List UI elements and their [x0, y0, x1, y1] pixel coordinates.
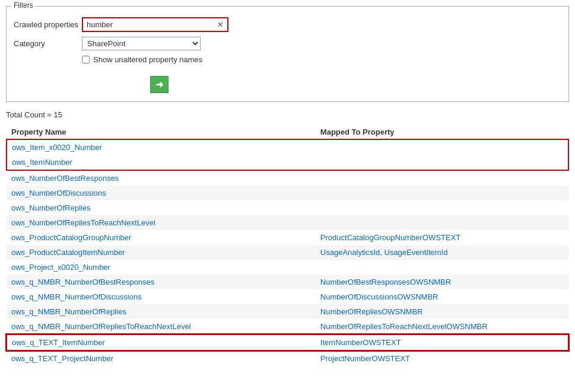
- go-arrow: ➜: [155, 79, 163, 90]
- table-row[interactable]: ows_NumberOfReplies: [7, 200, 568, 215]
- mapped-link[interactable]: NumberOfRepliesToReachNextLevelOWSNMBR: [320, 322, 488, 331]
- filters-group: Filters Crawled properties ✕ Category Sh…: [6, 6, 569, 102]
- filters-legend: Filters: [11, 1, 36, 9]
- mapped-link[interactable]: NumberOfRepliesOWSNMBR: [320, 307, 423, 316]
- show-unaltered-label: Show unaltered property names: [93, 55, 202, 64]
- go-button[interactable]: ➜: [150, 76, 169, 93]
- table-row[interactable]: ows_ProductCatalogItemNumberUsageAnalyti…: [7, 245, 568, 260]
- show-unaltered-row: Show unaltered property names: [82, 55, 561, 64]
- property-link[interactable]: ows_NumberOfRepliesToReachNextLevel: [11, 218, 155, 227]
- property-link[interactable]: ows_q_NMBR_NumberOfBestResponses: [11, 278, 154, 286]
- go-button-wrap: ➜: [82, 70, 561, 93]
- category-label: Category: [14, 39, 82, 48]
- mapped-link[interactable]: NumberOfBestResponsesOWSNMBR: [320, 278, 451, 286]
- property-link[interactable]: ows_q_NMBR_NumberOfDiscussions: [11, 292, 142, 301]
- show-unaltered-checkbox[interactable]: [82, 56, 90, 63]
- table-row[interactable]: ows_q_NMBR_NumberOfRepliesNumberOfReplie…: [7, 304, 568, 319]
- filters-section: Filters Crawled properties ✕ Category Sh…: [6, 6, 569, 102]
- category-row: Category SharePoint Business Data Exchan…: [14, 37, 561, 50]
- property-link[interactable]: ows_q_TEXT_ProjectNumber: [11, 354, 113, 363]
- crawled-input[interactable]: [83, 18, 214, 31]
- table-row[interactable]: ows_q_TEXT_ItemNumberItemNumberOWSTEXT: [7, 334, 568, 350]
- table-body: ows_Item_x0020_Numberows_ItemNumberows_N…: [7, 139, 568, 366]
- property-link[interactable]: ows_Project_x0020_Number: [11, 263, 110, 272]
- crawled-label: Crawled properties: [14, 20, 82, 29]
- mapped-link[interactable]: ProductCatalogGroupNumberOWSTEXT: [320, 233, 460, 242]
- crawled-properties-row: Crawled properties ✕: [14, 17, 561, 32]
- property-link[interactable]: ows_q_NMBR_NumberOfRepliesToReachNextLev…: [11, 322, 191, 331]
- table-row[interactable]: ows_q_NMBR_NumberOfRepliesToReachNextLev…: [7, 319, 568, 334]
- property-link[interactable]: ows_NumberOfBestResponses: [11, 174, 119, 183]
- mapped-link[interactable]: ProjectNumberOWSTEXT: [320, 354, 410, 363]
- clear-button[interactable]: ✕: [214, 19, 227, 30]
- results-table: Property Name Mapped To Property ows_Ite…: [6, 125, 569, 366]
- table-row[interactable]: ows_NumberOfBestResponses: [7, 170, 568, 186]
- table-row[interactable]: ows_ProductCatalogGroupNumberProductCata…: [7, 230, 568, 245]
- table-row[interactable]: ows_ItemNumber: [7, 155, 568, 170]
- table-row[interactable]: ows_q_NMBR_NumberOfDiscussionsNumberOfDi…: [7, 289, 568, 304]
- property-link[interactable]: ows_NumberOfDiscussions: [11, 189, 106, 197]
- mapped-link[interactable]: UsageAnalyticsId, UsageEventItemId: [320, 248, 448, 257]
- crawled-input-wrap: ✕: [82, 17, 228, 32]
- table-header-row: Property Name Mapped To Property: [7, 125, 568, 139]
- mapped-link[interactable]: NumberOfDiscussionsOWSNMBR: [320, 292, 439, 301]
- property-link[interactable]: ows_NumberOfReplies: [11, 203, 91, 212]
- total-count: Total Count = 15: [6, 110, 569, 119]
- table-row[interactable]: ows_NumberOfRepliesToReachNextLevel: [7, 215, 568, 230]
- property-link[interactable]: ows_ProductCatalogGroupNumber: [11, 233, 131, 242]
- property-link[interactable]: ows_ProductCatalogItemNumber: [11, 248, 125, 257]
- property-link[interactable]: ows_q_TEXT_ItemNumber: [12, 338, 105, 347]
- col-property-header: Property Name: [7, 125, 316, 139]
- table-row[interactable]: ows_q_NMBR_NumberOfBestResponsesNumberOf…: [7, 275, 568, 289]
- category-select[interactable]: SharePoint Business Data Exchange Lync P…: [82, 37, 201, 50]
- table-row[interactable]: ows_NumberOfDiscussions: [7, 186, 568, 200]
- property-link[interactable]: ows_q_NMBR_NumberOfReplies: [11, 307, 126, 316]
- mapped-link[interactable]: ItemNumberOWSTEXT: [320, 338, 401, 347]
- table-row[interactable]: ows_Item_x0020_Number: [7, 139, 568, 155]
- table-row[interactable]: ows_Project_x0020_Number: [7, 260, 568, 275]
- table-row[interactable]: ows_q_TEXT_ProjectNumberProjectNumberOWS…: [7, 350, 568, 366]
- col-mapped-header: Mapped To Property: [316, 125, 568, 139]
- property-link[interactable]: ows_Item_x0020_Number: [12, 143, 102, 152]
- property-link[interactable]: ows_ItemNumber: [12, 158, 72, 167]
